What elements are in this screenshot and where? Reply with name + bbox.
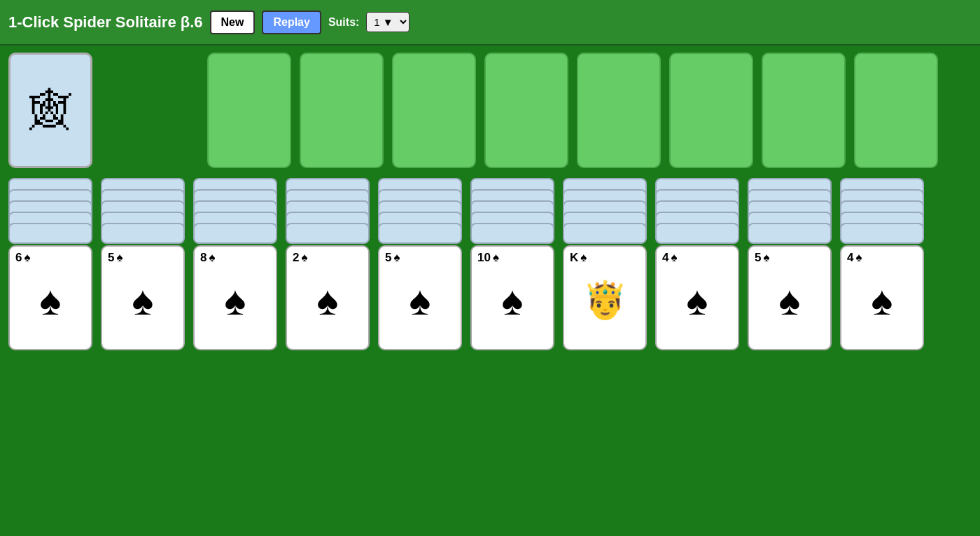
spade-icon: ♠ — [209, 251, 215, 265]
stock-pile[interactable]: 🕸 — [8, 53, 92, 168]
card-rank: 8 — [200, 251, 206, 265]
column-6: 10 ♠ ♠ — [470, 178, 554, 350]
card-rank: 4 — [847, 251, 853, 265]
face-down-card — [563, 223, 647, 244]
card-rank: K — [570, 251, 578, 265]
face-up-card-10[interactable]: 4 ♠ ♠ — [840, 245, 924, 350]
top-row: 🕸 — [8, 53, 972, 168]
spade-icon: ♠ — [116, 251, 122, 265]
card-center: ♠ — [385, 265, 455, 335]
column-5: 5 ♠ ♠ — [378, 178, 462, 350]
face-up-card-4[interactable]: 2 ♠ ♠ — [286, 245, 370, 350]
face-down-group-8 — [655, 178, 739, 244]
face-down-group-3 — [193, 178, 277, 244]
face-up-card-7[interactable]: K ♠ 🤴 — [563, 245, 647, 350]
column-9: 5 ♠ ♠ — [748, 178, 832, 350]
face-down-group-2 — [101, 178, 185, 244]
card-rank: 5 — [108, 251, 114, 265]
column-1: 6 ♠ ♠ — [8, 178, 92, 350]
face-down-group-4 — [286, 178, 370, 244]
face-down-group-7 — [563, 178, 647, 244]
card-center: ♠ — [200, 265, 270, 335]
card-center: ♠ — [108, 265, 178, 335]
foundation-pile-2[interactable] — [300, 53, 384, 168]
card-center: 🤴 — [570, 265, 640, 335]
card-top: 4 ♠ — [847, 251, 917, 265]
face-up-card-5[interactable]: 5 ♠ ♠ — [378, 245, 462, 350]
card-top: 4 ♠ — [662, 251, 732, 265]
card-top: 5 ♠ — [755, 251, 825, 265]
face-up-card-2[interactable]: 5 ♠ ♠ — [101, 245, 185, 350]
game-area: 🕸 6 ♠ — [0, 46, 980, 357]
column-4: 2 ♠ ♠ — [286, 178, 370, 350]
game-title: 1-Click Spider Solitaire β.6 — [8, 13, 203, 32]
face-down-group-1 — [8, 178, 92, 244]
new-button[interactable]: New — [210, 11, 255, 34]
face-up-card-8[interactable]: 4 ♠ ♠ — [655, 245, 739, 350]
header: 1-Click Spider Solitaire β.6 New Replay … — [0, 0, 980, 46]
spade-icon: ♠ — [393, 251, 400, 265]
suits-select[interactable]: 1 ▼ 2 ▼ 4 ▼ — [366, 12, 410, 32]
suits-label: Suits: — [328, 16, 359, 29]
face-up-card-9[interactable]: 5 ♠ ♠ — [748, 245, 832, 350]
spade-icon: ♠ — [301, 251, 307, 265]
card-top: 6 ♠ — [15, 251, 85, 265]
face-down-card — [470, 223, 554, 244]
face-down-card — [8, 223, 92, 244]
face-down-group-9 — [748, 178, 832, 244]
spade-icon: ♠ — [24, 251, 30, 265]
face-down-group-10 — [840, 178, 924, 244]
foundation-pile-3[interactable] — [392, 53, 476, 168]
card-center: ♠ — [662, 265, 732, 335]
foundation-pile-4[interactable] — [484, 53, 568, 168]
face-down-card — [193, 223, 277, 244]
card-rank: 6 — [15, 251, 22, 265]
card-center: ♠ — [477, 265, 547, 335]
face-down-card — [655, 223, 739, 244]
foundation-pile-8[interactable] — [854, 53, 938, 168]
column-10: 4 ♠ ♠ — [840, 178, 924, 350]
foundation-pile-1[interactable] — [207, 53, 291, 168]
card-rank: 4 — [662, 251, 668, 265]
card-center: ♠ — [755, 265, 825, 335]
face-down-card — [840, 223, 924, 244]
face-down-card — [101, 223, 185, 244]
card-rank: 5 — [755, 251, 761, 265]
face-up-card-3[interactable]: 8 ♠ ♠ — [193, 245, 277, 350]
card-top: 10 ♠ — [477, 251, 547, 265]
column-7: K ♠ 🤴 — [563, 178, 647, 350]
card-center: ♠ — [293, 265, 363, 335]
card-center: ♠ — [15, 265, 85, 335]
face-up-card-1[interactable]: 6 ♠ ♠ — [8, 245, 92, 350]
card-rank: 10 — [477, 251, 491, 265]
face-down-card — [378, 223, 462, 244]
spade-icon: ♠ — [763, 251, 769, 265]
foundation-pile-6[interactable] — [669, 53, 753, 168]
card-top: 2 ♠ — [293, 251, 363, 265]
replay-button[interactable]: Replay — [262, 11, 321, 34]
card-rank: 2 — [293, 251, 299, 265]
column-2: 5 ♠ ♠ — [101, 178, 185, 350]
card-top: 5 ♠ — [385, 251, 455, 265]
column-8: 4 ♠ ♠ — [655, 178, 739, 350]
card-top: 5 ♠ — [108, 251, 178, 265]
face-down-card — [748, 223, 832, 244]
king-emoji-icon: 🤴 — [582, 279, 628, 322]
spade-icon: ♠ — [671, 251, 677, 265]
spade-icon: ♠ — [493, 251, 499, 265]
spider-web-icon: 🕸 — [29, 90, 71, 132]
face-down-card — [286, 223, 370, 244]
card-rank: 5 — [385, 251, 391, 265]
face-down-group-5 — [378, 178, 462, 244]
card-center: ♠ — [847, 265, 917, 335]
columns-row: 6 ♠ ♠ 5 ♠ ♠ — [8, 178, 972, 350]
spade-icon: ♠ — [855, 251, 862, 265]
foundation-pile-5[interactable] — [577, 53, 661, 168]
card-top: 8 ♠ — [200, 251, 270, 265]
column-3: 8 ♠ ♠ — [193, 178, 277, 350]
face-down-group-6 — [470, 178, 554, 244]
face-up-card-6[interactable]: 10 ♠ ♠ — [470, 245, 554, 350]
card-top: K ♠ — [570, 251, 640, 265]
foundation-pile-7[interactable] — [762, 53, 846, 168]
spade-icon: ♠ — [580, 251, 587, 265]
